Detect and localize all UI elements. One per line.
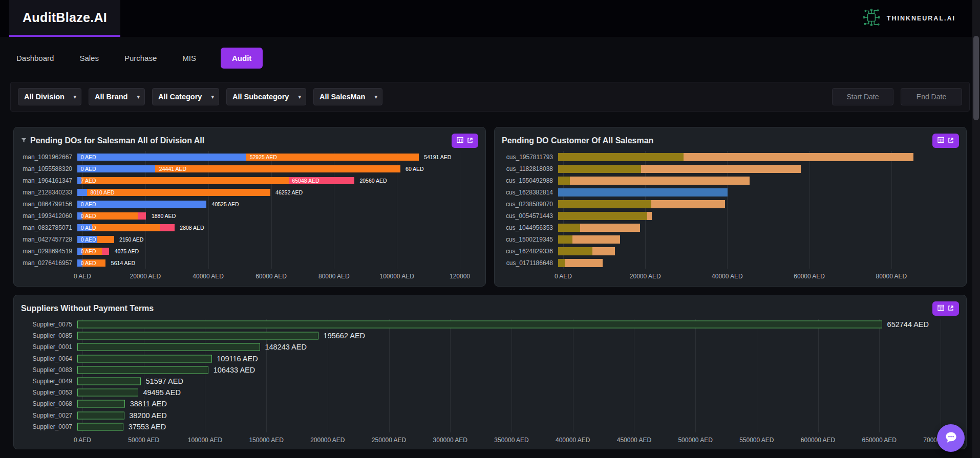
bar-segment[interactable] xyxy=(558,259,565,267)
chart-row: man_08327850710 AED2808 AED xyxy=(21,222,460,233)
bar-segment[interactable] xyxy=(160,224,175,231)
x-axis-tick: 550000 AED xyxy=(739,437,774,444)
bar-segment[interactable] xyxy=(558,235,572,244)
x-axis-tick: 200000 AED xyxy=(310,437,345,444)
chart-row: man_10919626670 AED52925 AED54191 AED xyxy=(21,151,460,163)
x-axis: 0 AED50000 AED100000 AED150000 AED200000… xyxy=(82,432,941,445)
gridline xyxy=(460,151,460,269)
bar-value-label: 7 AED xyxy=(79,178,96,184)
category-select[interactable]: All Category xyxy=(152,88,219,105)
arrow-up-right-icon xyxy=(467,137,473,145)
tab-purchase[interactable]: Purchase xyxy=(123,48,158,69)
chart-row: cus_0171186648 xyxy=(502,257,941,269)
bar-track: 49495 AED xyxy=(77,387,941,398)
chart-row: Supplier_000737553 AED xyxy=(21,421,941,432)
bar-segment[interactable] xyxy=(592,247,615,255)
chart-row: cus_1182818038 xyxy=(502,163,941,175)
subcategory-select[interactable]: All Subcategory xyxy=(226,88,306,105)
bar-segment[interactable] xyxy=(570,177,750,185)
end-date-input[interactable] xyxy=(901,88,962,105)
category-label: Supplier_0083 xyxy=(21,366,77,374)
category-select-wrap: All Category xyxy=(152,88,219,105)
bar-segment[interactable] xyxy=(558,212,647,220)
bar-segment[interactable] xyxy=(77,355,212,362)
category-label: cus_0054571443 xyxy=(502,212,558,220)
bar-track: 0 AED2808 AED xyxy=(77,222,460,233)
chart-rows: Supplier_0075652744 AEDSupplier_00851956… xyxy=(21,319,941,432)
bar-segment[interactable] xyxy=(641,165,801,173)
bar-segment[interactable] xyxy=(558,200,651,208)
bar-segment[interactable] xyxy=(558,224,580,232)
bar-segment[interactable] xyxy=(77,201,206,208)
x-axis: 0 AED20000 AED40000 AED60000 AED80000 AE… xyxy=(82,269,460,281)
bar-track: 106433 AED xyxy=(77,364,941,376)
scrollbar[interactable] xyxy=(972,0,980,458)
bar-segment[interactable] xyxy=(77,378,141,385)
bar-segment[interactable] xyxy=(77,321,882,329)
bar-value-label: 38811 AED xyxy=(129,400,167,408)
x-axis-tick: 350000 AED xyxy=(494,437,528,444)
bar-segment[interactable] xyxy=(77,389,138,397)
x-axis-tick: 20000 AED xyxy=(130,273,161,280)
tab-dashboard[interactable]: Dashboard xyxy=(15,48,55,69)
bar-segment[interactable] xyxy=(87,189,270,196)
chart-panel-pending-do-customer: Pending DO Customer Of All Salesman cus_… xyxy=(494,127,967,287)
chart-table-expand-button[interactable] xyxy=(452,134,478,148)
tab-mis[interactable]: MIS xyxy=(181,48,197,69)
bar-segment[interactable] xyxy=(558,188,728,197)
bar-segment[interactable] xyxy=(572,235,620,244)
bar-segment[interactable] xyxy=(558,153,684,161)
chart-row: Supplier_0083106433 AED xyxy=(21,364,941,376)
scrollbar-thumb[interactable] xyxy=(973,36,979,120)
brand-select[interactable]: All Brand xyxy=(89,88,145,105)
app-logo[interactable]: AuditBlaze.AI xyxy=(9,0,120,37)
bar-segment[interactable] xyxy=(684,153,913,161)
bar-track: 195662 AED xyxy=(77,330,941,341)
bar-value-label: 65048 AED xyxy=(290,178,319,184)
chart-panel-pending-dos-salesman: Pending DOs for Salesman All of Division… xyxy=(13,127,486,287)
bar-segment[interactable] xyxy=(77,154,246,161)
tab-audit[interactable]: Audit xyxy=(221,48,263,69)
chart-table-expand-button[interactable] xyxy=(932,301,959,316)
x-axis-tick: 60000 AED xyxy=(255,273,287,280)
category-label: Supplier_0049 xyxy=(21,378,77,385)
bar-segment[interactable] xyxy=(77,332,318,340)
tab-sales[interactable]: Sales xyxy=(78,48,100,69)
bar-segment[interactable] xyxy=(647,212,652,220)
bar-track xyxy=(558,198,941,210)
chat-button[interactable] xyxy=(937,424,965,452)
bar-segment[interactable] xyxy=(558,165,641,173)
chart-table-expand-button[interactable] xyxy=(932,134,959,148)
bar-segment[interactable] xyxy=(102,248,109,255)
bar-segment[interactable] xyxy=(558,247,592,255)
bar-segment[interactable] xyxy=(580,224,640,232)
bar-segment[interactable] xyxy=(81,177,289,184)
bar-segment[interactable] xyxy=(77,189,87,196)
start-date-input[interactable] xyxy=(832,88,893,105)
bar-value-label: 0 AED xyxy=(79,236,96,243)
bar-segment[interactable] xyxy=(558,177,570,185)
bar-value-label: 2150 AED xyxy=(118,236,143,243)
bar-segment[interactable] xyxy=(651,200,725,208)
bar-segment[interactable] xyxy=(155,165,400,172)
bar-segment[interactable] xyxy=(92,224,160,231)
bar-segment[interactable] xyxy=(77,400,125,408)
category-label: cus_1550492988 xyxy=(502,177,558,184)
category-label: Supplier_0085 xyxy=(21,332,77,339)
category-label: Supplier_0001 xyxy=(21,343,77,351)
main-nav: Dashboard Sales Purchase MIS Audit xyxy=(15,46,980,70)
arrow-up-right-icon xyxy=(948,137,954,145)
bar-segment[interactable] xyxy=(77,366,208,374)
x-axis: 0 AED20000 AED40000 AED60000 AED80000 AE… xyxy=(563,269,941,281)
salesman-select[interactable]: All SalesMan xyxy=(313,88,382,105)
bar-segment[interactable] xyxy=(77,423,123,430)
bar-segment[interactable] xyxy=(138,212,146,220)
bar-segment[interactable] xyxy=(97,236,114,243)
x-axis-tick: 80000 AED xyxy=(876,273,907,280)
x-axis-tick: 40000 AED xyxy=(712,273,743,280)
x-axis-tick: 120000 xyxy=(450,273,470,280)
division-select[interactable]: All Division xyxy=(18,88,81,105)
bar-segment[interactable] xyxy=(565,259,603,267)
bar-segment[interactable] xyxy=(77,343,260,351)
bar-segment[interactable] xyxy=(77,411,124,419)
